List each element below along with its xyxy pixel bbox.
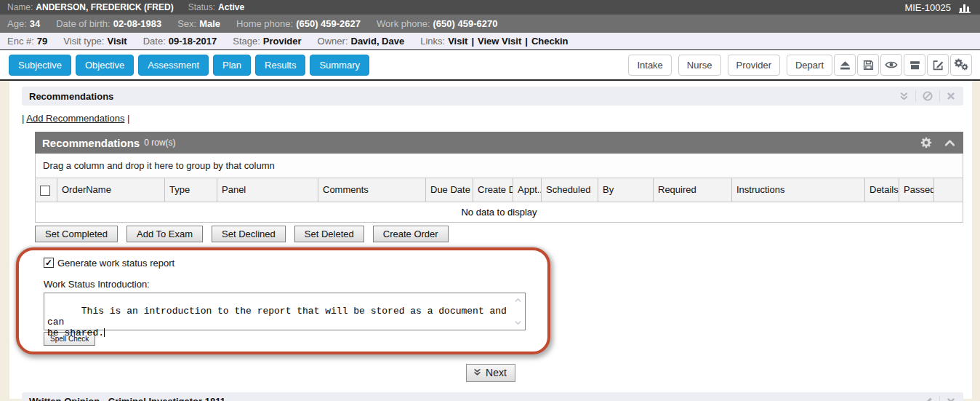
set-deleted-button[interactable]: Set Deleted bbox=[294, 226, 364, 242]
recommendations-grid: Recommendations 0 row(s) Drag a column a… bbox=[35, 132, 963, 223]
encounter-bar: Enc #: 79 Visit type: Visit Date: 09-18-… bbox=[0, 33, 980, 50]
work-phone-value: (650) 459-6270 bbox=[433, 18, 498, 29]
edit-icon bbox=[932, 59, 944, 71]
provider-button[interactable]: Provider bbox=[728, 55, 780, 76]
tab-summary[interactable]: Summary bbox=[310, 55, 369, 76]
intake-button[interactable]: Intake bbox=[628, 55, 671, 76]
nurse-button[interactable]: Nurse bbox=[678, 55, 721, 76]
link-separator: | bbox=[471, 36, 474, 47]
empty-grid-message: No data to display bbox=[36, 202, 963, 222]
record-id: MIE-10025 bbox=[904, 2, 951, 13]
divider bbox=[915, 90, 916, 102]
close-icon[interactable] bbox=[946, 397, 956, 401]
add-recommendations-line: | Add Recommendations | bbox=[22, 113, 972, 124]
gear-icon[interactable] bbox=[920, 137, 932, 148]
column-header-comments[interactable]: Comments bbox=[318, 178, 426, 202]
view-button[interactable] bbox=[880, 54, 902, 76]
divider bbox=[939, 396, 940, 401]
pencil-icon[interactable] bbox=[923, 396, 933, 401]
work-status-introduction-label: Work Status Introduction: bbox=[44, 279, 547, 290]
save-button[interactable] bbox=[857, 54, 879, 76]
double-chevron-down-icon[interactable] bbox=[899, 91, 909, 102]
patient-status: Active bbox=[218, 2, 244, 12]
no-sign-icon[interactable] bbox=[922, 90, 933, 102]
date-label: Date: bbox=[143, 36, 166, 47]
edit-note-button[interactable] bbox=[927, 54, 949, 76]
grid-actions: Set Completed Add To Exam Set Declined S… bbox=[35, 226, 972, 242]
tab-objective[interactable]: Objective bbox=[76, 55, 134, 76]
scroll-up-icon[interactable] bbox=[513, 295, 523, 305]
pipe: | bbox=[22, 113, 24, 124]
eye-icon bbox=[885, 58, 898, 71]
create-order-button[interactable]: Create Order bbox=[373, 226, 449, 242]
divider bbox=[939, 90, 940, 102]
column-header-passed[interactable]: Passed bbox=[899, 178, 934, 202]
visit-type-value: Visit bbox=[107, 36, 126, 47]
close-icon[interactable] bbox=[946, 91, 956, 101]
grid-title: Recommendations bbox=[42, 137, 140, 149]
column-header-by[interactable]: By bbox=[598, 178, 654, 202]
textarea-text: This is an introduction to the report th… bbox=[47, 306, 513, 338]
tab-results[interactable]: Results bbox=[255, 55, 305, 76]
link-checkin[interactable]: Checkin bbox=[531, 36, 569, 47]
next-button[interactable]: Next bbox=[466, 364, 515, 382]
work-status-highlight-box: ✓ Generate work status report Work Statu… bbox=[16, 247, 550, 354]
depart-button[interactable]: Depart bbox=[787, 55, 832, 76]
section-title: Written Opinion - Criminal Investigator … bbox=[29, 396, 225, 401]
scroll-down-icon[interactable] bbox=[513, 318, 523, 327]
patient-title-bar: Name: ANDERSON, FREDERICK (FRED) Status:… bbox=[0, 0, 980, 15]
save-icon bbox=[862, 59, 875, 71]
visit-type-label: Visit type: bbox=[63, 36, 104, 47]
settings-button[interactable] bbox=[950, 54, 972, 76]
set-declined-button[interactable]: Set Declined bbox=[212, 226, 286, 242]
demographics-bar: Age: 34 Date of birth: 02-08-1983 Sex: M… bbox=[0, 15, 980, 33]
page-background: Recommendations | Add Recommendations | … bbox=[0, 81, 980, 399]
column-header-details[interactable]: Details bbox=[865, 178, 899, 202]
column-header-create-date[interactable]: Create D... bbox=[473, 178, 513, 202]
eject-button[interactable] bbox=[834, 54, 856, 76]
home-phone-label: Home phone: bbox=[236, 18, 293, 29]
recommendations-section-header: Recommendations bbox=[22, 87, 963, 106]
bar-chart-icon[interactable] bbox=[958, 1, 973, 13]
next-button-label: Next bbox=[486, 367, 507, 378]
column-header-filler bbox=[934, 178, 963, 202]
tab-plan[interactable]: Plan bbox=[213, 55, 251, 76]
chevron-up-icon[interactable] bbox=[944, 137, 956, 149]
column-header-panel[interactable]: Panel bbox=[217, 178, 318, 202]
link-separator: | bbox=[525, 36, 528, 47]
column-header-due-date[interactable]: Due Date bbox=[426, 178, 473, 202]
enc-value: 79 bbox=[37, 36, 47, 47]
group-by-drop-zone[interactable]: Drag a column and drop it here to group … bbox=[35, 154, 963, 178]
owner-value: David, Dave bbox=[351, 36, 405, 47]
column-header-instructions[interactable]: Instructions bbox=[732, 178, 865, 202]
select-all-checkbox[interactable] bbox=[40, 186, 50, 196]
archive-button[interactable] bbox=[904, 54, 925, 76]
content-area: Recommendations | Add Recommendations | … bbox=[9, 81, 972, 399]
tab-assessment[interactable]: Assessment bbox=[138, 55, 209, 76]
grid-row-count: 0 row(s) bbox=[144, 138, 175, 148]
link-visit[interactable]: Visit bbox=[448, 36, 467, 47]
link-view-visit[interactable]: View Visit bbox=[478, 36, 521, 47]
grid-header: Recommendations 0 row(s) bbox=[35, 132, 963, 154]
set-completed-button[interactable]: Set Completed bbox=[35, 226, 118, 242]
column-header-scheduled[interactable]: Scheduled bbox=[542, 178, 598, 202]
add-recommendations-link[interactable]: Add Recommendations bbox=[26, 113, 124, 124]
tab-subjective[interactable]: Subjective bbox=[9, 55, 71, 76]
add-to-exam-button[interactable]: Add To Exam bbox=[126, 226, 203, 242]
written-opinion-section-header: Written Opinion - Criminal Investigator … bbox=[22, 392, 963, 401]
date-value: 09-18-2017 bbox=[169, 36, 217, 47]
column-header-ordername[interactable]: OrderName bbox=[57, 178, 165, 202]
age-value: 34 bbox=[30, 18, 40, 29]
patient-name: ANDERSON, FREDERICK (FRED) bbox=[36, 2, 173, 12]
column-header-appt[interactable]: Appt... bbox=[513, 178, 542, 202]
pipe: | bbox=[127, 113, 129, 124]
archive-icon bbox=[909, 59, 921, 71]
work-status-introduction-textarea[interactable]: This is an introduction to the report th… bbox=[44, 293, 526, 330]
text-caret bbox=[104, 328, 105, 337]
age-label: Age: bbox=[7, 18, 27, 29]
generate-work-status-checkbox[interactable]: ✓ bbox=[44, 258, 54, 268]
stage-label: Stage: bbox=[233, 36, 260, 47]
column-header-type[interactable]: Type bbox=[165, 178, 217, 202]
dob-label: Date of birth: bbox=[56, 18, 110, 29]
column-header-required[interactable]: Required bbox=[654, 178, 732, 202]
